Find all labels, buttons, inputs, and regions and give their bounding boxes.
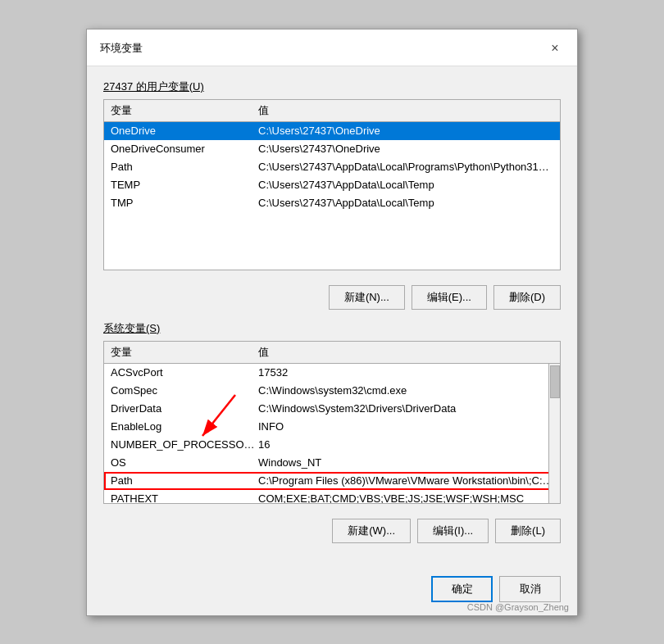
user-var-name: OneDriveConsumer (111, 143, 258, 155)
sys-var-value: Windows_NT (258, 456, 553, 469)
close-button[interactable]: × (546, 39, 564, 57)
cancel-button[interactable]: 取消 (499, 576, 561, 602)
sys-var-name: OS (111, 456, 258, 469)
table-row[interactable]: TMP C:\Users\27437\AppData\Local\Temp (104, 194, 560, 212)
user-var-value: C:\Users\27437\OneDrive (258, 143, 553, 155)
sys-vars-new-button[interactable]: 新建(W)... (332, 519, 411, 543)
sys-var-name: EnableLog (111, 420, 258, 433)
dialog-title: 环境变量 (100, 41, 143, 56)
sys-vars-label: 系统变量(S) (103, 321, 561, 336)
user-var-value: C:\Users\27437\AppData\Local\Programs\Py… (258, 161, 553, 173)
user-vars-new-button[interactable]: 新建(N)... (329, 285, 405, 310)
table-row[interactable]: DriverData C:\Windows\System32\Drivers\D… (104, 400, 560, 418)
sys-var-value: 16 (258, 438, 553, 451)
table-row[interactable]: TEMP C:\Users\27437\AppData\Local\Temp (104, 176, 560, 194)
scrollbar[interactable] (548, 364, 560, 503)
table-row[interactable]: OneDrive C:\Users\27437\OneDrive (104, 122, 560, 140)
user-vars-table-body: OneDrive C:\Users\27437\OneDrive OneDriv… (104, 122, 560, 270)
sys-vars-col2-header: 值 (258, 345, 553, 360)
table-row[interactable]: Path C:\Program Files (x86)\VMware\VMwar… (104, 472, 560, 490)
sys-var-name: ACSvcPort (111, 366, 258, 379)
table-row[interactable]: OS Windows_NT (104, 454, 560, 472)
sys-vars-delete-button[interactable]: 删除(L) (495, 519, 561, 543)
ok-button[interactable]: 确定 (431, 576, 493, 602)
sys-var-name: PATHEXT (111, 492, 258, 503)
table-row[interactable]: PATHEXT COM;EXE;BAT;CMD;VBS;VBE;JS;JSE;W… (104, 490, 560, 503)
user-vars-header: 变量 值 (104, 100, 560, 122)
sys-vars-button-row: 新建(W)... 编辑(I)... 删除(L) (103, 512, 561, 555)
sys-var-value: C:\Windows\System32\Drivers\DriverData (258, 402, 553, 415)
user-var-name: OneDrive (111, 125, 258, 137)
sys-var-name: NUMBER_OF_PROCESSORS (111, 438, 258, 451)
table-row[interactable]: Path C:\Users\27437\AppData\Local\Progra… (104, 158, 560, 176)
table-row[interactable]: OneDriveConsumer C:\Users\27437\OneDrive (104, 140, 560, 158)
sys-var-value: COM;EXE;BAT;CMD;VBS;VBE;JS;JSE;WSF;WSH;M… (258, 492, 553, 503)
user-var-name: TEMP (111, 179, 258, 191)
sys-var-value: C:\Program Files (x86)\VMware\VMware Wor… (258, 474, 553, 487)
sys-vars-edit-button[interactable]: 编辑(I)... (417, 519, 489, 543)
sys-var-value: C:\Windows\system32\cmd.exe (258, 384, 553, 397)
user-vars-delete-button[interactable]: 删除(D) (493, 285, 561, 310)
user-vars-table-container: 变量 值 OneDrive C:\Users\27437\OneDrive On… (103, 99, 561, 270)
sys-vars-table-container: 变量 值 ACSvcPort 17532 ComSpec C:\Windows\… (103, 341, 561, 504)
watermark: CSDN @Grayson_Zheng (467, 602, 569, 612)
user-vars-button-row: 新建(N)... 编辑(E)... 删除(D) (103, 279, 561, 321)
user-var-name: TMP (111, 197, 258, 209)
user-var-value: C:\Users\27437\AppData\Local\Temp (258, 179, 553, 191)
user-vars-col1-header: 变量 (111, 103, 258, 118)
user-var-value: C:\Users\27437\AppData\Local\Temp (258, 197, 553, 209)
user-var-value: C:\Users\27437\OneDrive (258, 125, 553, 137)
sys-vars-col1-header: 变量 (111, 345, 258, 360)
user-vars-col2-header: 值 (258, 103, 553, 118)
dialog-body: 27437 的用户变量(U) 变量 值 OneDrive C:\Users\27… (87, 66, 577, 568)
environment-variables-dialog: 环境变量 × 27437 的用户变量(U) 变量 值 OneDrive C:\U… (86, 29, 578, 616)
sys-var-value: INFO (258, 420, 553, 433)
scrollbar-thumb[interactable] (550, 365, 560, 398)
sys-var-name: DriverData (111, 402, 258, 415)
sys-vars-table-body: ACSvcPort 17532 ComSpec C:\Windows\syste… (104, 364, 560, 503)
user-vars-edit-button[interactable]: 编辑(E)... (412, 285, 487, 310)
sys-vars-header: 变量 值 (104, 342, 560, 364)
sys-var-name: Path (111, 474, 258, 487)
table-row[interactable]: ComSpec C:\Windows\system32\cmd.exe (104, 382, 560, 400)
user-vars-label: 27437 的用户变量(U) (103, 79, 561, 94)
table-row[interactable]: ACSvcPort 17532 (104, 364, 560, 382)
table-row[interactable]: EnableLog INFO (104, 418, 560, 436)
sys-var-value: 17532 (258, 366, 553, 379)
title-bar: 环境变量 × (87, 29, 577, 66)
sys-var-name: ComSpec (111, 384, 258, 397)
user-var-name: Path (111, 161, 258, 173)
table-row[interactable]: NUMBER_OF_PROCESSORS 16 (104, 436, 560, 454)
